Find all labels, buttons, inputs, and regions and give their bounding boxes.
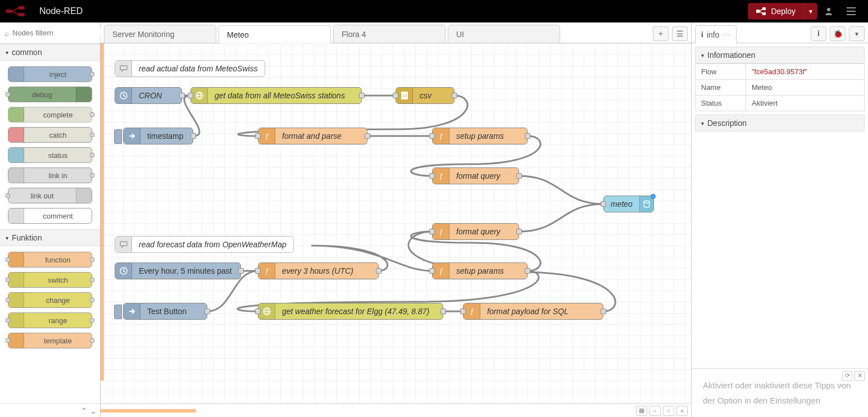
close-tip-button[interactable]: ✕ <box>855 371 865 381</box>
palette-category[interactable]: ▾Funktion <box>0 229 100 246</box>
clock-icon <box>115 263 132 279</box>
output-port[interactable] <box>452 93 457 98</box>
workspace: Server MonitoringMeteoFlora 4UI ＋ ☰ read… <box>101 22 691 417</box>
tab-ui[interactable]: UI <box>448 25 560 43</box>
tab-flora-4[interactable]: Flora 4 <box>333 25 446 43</box>
row-key-flow: Flow <box>696 64 746 80</box>
palette-node-label: catch <box>24 131 92 139</box>
wire[interactable] <box>519 204 603 232</box>
canvas-scroll[interactable]: read actual data from MeteoSwissread for… <box>101 43 691 404</box>
tab-server-monitoring[interactable]: Server Monitoring <box>104 25 216 43</box>
input-port[interactable] <box>429 268 435 274</box>
palette-node-range[interactable]: range <box>8 312 92 328</box>
flow-node-fq2[interactable]: fformat query <box>432 223 519 240</box>
output-port[interactable] <box>238 268 244 274</box>
output-port[interactable] <box>601 309 606 314</box>
sidebar-menu-button[interactable]: ▼ <box>849 26 865 41</box>
flow-node-gw[interactable]: get weather forecast for Elgg (47.49, 8.… <box>258 303 443 320</box>
flow-node-e3h[interactable]: fevery 3 hours (UTC) <box>258 262 379 279</box>
section-description[interactable]: ▾Description <box>695 115 865 132</box>
input-port[interactable] <box>429 229 435 234</box>
palette-node-link-in[interactable]: link in <box>8 167 92 183</box>
input-port[interactable] <box>429 133 435 139</box>
flow-node-sp1[interactable]: fsetup params <box>432 128 528 144</box>
output-port[interactable] <box>190 133 196 139</box>
navigator-button[interactable]: ▦ <box>636 406 647 416</box>
palette-node-change[interactable]: change <box>8 292 92 308</box>
palette-node-status[interactable]: status <box>8 147 92 163</box>
deploy-caret-button[interactable]: ▼ <box>804 3 817 20</box>
input-port[interactable] <box>255 268 261 274</box>
palette-search-input[interactable] <box>9 29 107 37</box>
palette-node-inject[interactable]: inject <box>8 66 92 82</box>
palette-node-comment[interactable]: comment <box>8 208 92 224</box>
flow-node-fq1[interactable]: fformat query <box>432 167 519 184</box>
inject-trigger-button[interactable] <box>114 305 122 319</box>
deploy-icon <box>756 7 766 15</box>
zoom-in-button[interactable]: + <box>676 406 688 416</box>
flow-node-fparse[interactable]: fformat and parse <box>258 128 367 144</box>
palette-category[interactable]: ▾common <box>0 44 100 61</box>
output-port[interactable] <box>516 173 522 179</box>
flow-node-tb[interactable]: Test Button <box>123 303 207 320</box>
tab-meteo[interactable]: Meteo <box>219 25 331 43</box>
list-tabs-button[interactable]: ☰ <box>672 26 688 41</box>
comment-text: read forecast data from OpenWeatherMap <box>132 240 293 249</box>
palette-node-catch[interactable]: catch <box>8 127 92 143</box>
collapse-up-icon[interactable]: ⌃ <box>81 406 88 415</box>
input-port[interactable] <box>255 309 261 314</box>
output-port[interactable] <box>516 229 522 234</box>
user-button[interactable] <box>817 0 840 22</box>
palette-node-label: function <box>24 256 92 264</box>
palette-node-function[interactable]: function <box>8 252 92 268</box>
row-val-flow[interactable]: "fce5ad30.9573f" <box>746 64 865 80</box>
output-port[interactable] <box>204 309 210 314</box>
input-port[interactable] <box>393 93 398 98</box>
input-port[interactable] <box>255 133 261 139</box>
palette-node-switch[interactable]: switch <box>8 272 92 288</box>
flow-comment[interactable]: read actual data from MeteoSwiss <box>115 60 265 77</box>
output-port[interactable] <box>525 268 530 274</box>
output-port[interactable] <box>359 93 365 98</box>
zoom-reset-button[interactable]: ○ <box>663 406 674 416</box>
svg-text:f: f <box>471 307 474 315</box>
palette-node-link-out[interactable]: link out <box>8 188 92 203</box>
chevron-down-icon: ▾ <box>701 52 704 58</box>
inject-trigger-button[interactable] <box>114 129 122 144</box>
output-port[interactable] <box>525 133 530 139</box>
flow-comment[interactable]: read forecast data from OpenWeatherMap <box>115 236 294 253</box>
sidebar-tab-info[interactable]: i info ⋯ <box>695 25 737 43</box>
palette-node-complete[interactable]: complete <box>8 107 92 123</box>
selection-indicator <box>101 409 196 413</box>
input-port[interactable] <box>429 173 435 179</box>
add-tab-button[interactable]: ＋ <box>653 26 669 41</box>
flow-node-sp2[interactable]: fsetup params <box>432 262 528 279</box>
flow-node-meteo[interactable]: meteo <box>603 196 654 212</box>
flow-node-hour[interactable]: Every hour, 5 minutes past <box>115 262 241 279</box>
expand-down-icon[interactable]: ⌄ <box>90 406 97 415</box>
sidebar-debug-button[interactable]: 🐞 <box>830 26 846 41</box>
flow-node-fsql[interactable]: fformat payload for SQL <box>463 303 603 320</box>
section-informationen[interactable]: ▾Informationen <box>695 47 865 64</box>
palette-node-debug[interactable]: debug <box>8 87 92 102</box>
input-port[interactable] <box>188 93 193 98</box>
output-port[interactable] <box>440 309 446 314</box>
flow-canvas[interactable]: read actual data from MeteoSwissread for… <box>101 43 691 404</box>
palette-node-template[interactable]: template <box>8 333 92 348</box>
input-port[interactable] <box>601 201 606 207</box>
zoom-out-button[interactable]: − <box>649 406 661 416</box>
output-port[interactable] <box>179 93 185 98</box>
svg-rect-3 <box>756 10 760 13</box>
flow-node-http1[interactable]: get data from all MeteoSwiss stations <box>190 87 362 104</box>
flow-node-csv[interactable]: 1,2csv <box>396 87 455 104</box>
output-port[interactable] <box>376 268 381 274</box>
wire[interactable] <box>519 176 603 204</box>
flow-node-cron[interactable]: CRON <box>115 87 182 104</box>
sidebar-info-button[interactable]: i <box>811 26 826 41</box>
menu-button[interactable] <box>840 0 862 22</box>
output-port[interactable] <box>365 133 370 139</box>
flow-node-ts[interactable]: timestamp <box>123 128 193 144</box>
deploy-button[interactable]: Deploy <box>748 3 804 20</box>
refresh-tip-button[interactable]: ⟳ <box>842 371 852 381</box>
input-port[interactable] <box>460 309 466 314</box>
